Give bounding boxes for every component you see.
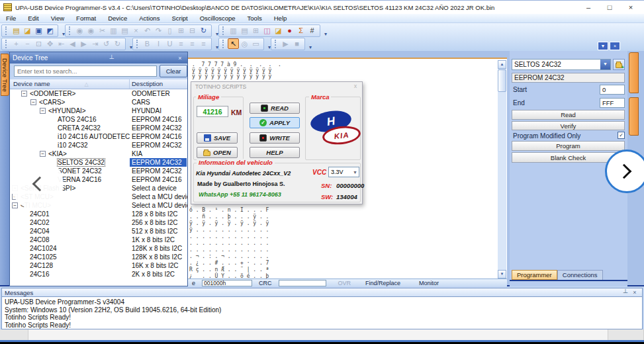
apply-button[interactable]: ✓ APPLY (250, 117, 300, 128)
tree-row[interactable]: 24C02 256 x 8 bits I2C (10, 218, 187, 227)
pane-close-icon[interactable]: × (610, 42, 620, 50)
tree-row[interactable]: i10 24C32 EEPROM 24C32 (10, 141, 187, 150)
tree-row[interactable]: − <CARS> CARS (10, 98, 187, 107)
save-icon[interactable]: ▣ (33, 25, 44, 36)
crc-field[interactable] (279, 280, 326, 286)
close-button[interactable]: × (620, 1, 641, 13)
scrollbar-thumb[interactable] (498, 69, 506, 92)
back-icon[interactable]: ◉ (74, 25, 85, 36)
open-file-icon[interactable]: ◪ (22, 25, 33, 36)
network-icon[interactable]: # (306, 25, 318, 36)
stop-script-icon[interactable]: ■ (291, 38, 302, 49)
menu-oscilloscope[interactable]: Oscilloscope (194, 15, 242, 22)
expand-toggle-icon[interactable]: − (21, 91, 27, 97)
open-button[interactable]: OPEN (197, 147, 238, 158)
carousel-next-button[interactable] (605, 150, 644, 193)
menu-tools[interactable]: Tools (242, 15, 268, 22)
eraser-icon[interactable]: ◫ (261, 25, 273, 36)
size-field[interactable] (202, 280, 252, 286)
menu-help[interactable]: Help (268, 15, 293, 22)
tab-output[interactable] (629, 52, 639, 93)
pan-icon[interactable]: ✥ (44, 38, 56, 49)
undo-icon[interactable]: ↶ (142, 25, 153, 36)
grid-icon[interactable]: ⊞ (250, 25, 261, 36)
monitor-button[interactable]: Monitor (419, 280, 439, 286)
tree-row[interactable]: 24C16 2K x 8 bits I2C (10, 270, 187, 279)
help-button[interactable]: HELP (250, 147, 300, 158)
document-icon[interactable]: ▯ (164, 25, 175, 36)
zoom-fit-icon[interactable]: ⊡ (33, 38, 44, 49)
expand-toggle-icon[interactable]: − (12, 202, 18, 208)
close-icon[interactable]: x (351, 83, 360, 91)
expand-toggle-icon[interactable]: − (40, 108, 46, 114)
select-cursor-icon[interactable]: ↖ (228, 38, 239, 49)
copy-special-icon[interactable]: ▥ (228, 25, 239, 36)
verify-button[interactable]: Verify (512, 121, 625, 130)
debug-icon[interactable]: ● (284, 25, 295, 36)
new-file-icon[interactable]: ▤ (11, 25, 22, 36)
jump-back-icon[interactable]: ↺ (101, 38, 112, 49)
program-modified-only-checkbox[interactable]: ✓ (618, 132, 625, 139)
run-script-icon[interactable]: ▶ (280, 38, 291, 49)
column-device-name[interactable]: Device name△ (10, 79, 130, 89)
copy-icon[interactable]: ▥ (108, 25, 119, 36)
tree-row[interactable]: 24C08 1K x 8 bits I2C (10, 236, 187, 244)
zoom-in-icon[interactable]: + (11, 38, 22, 49)
paste-special-icon[interactable]: ▤ (239, 25, 250, 36)
next-icon[interactable]: ▶ (78, 38, 89, 49)
tree-row[interactable]: − <HYUNDAI> HYUNDAI (10, 107, 187, 115)
find-icon[interactable]: ◎ (239, 38, 250, 49)
tree-row[interactable]: 24C1025 128K x 8 bits I2C (10, 253, 187, 261)
cut-icon[interactable]: ✂ (97, 25, 108, 36)
save-as-icon[interactable]: ◩ (44, 25, 56, 36)
tree-row[interactable]: 24C1024 128K x 8 bits I2C (10, 244, 187, 253)
redo-icon[interactable]: ↷ (153, 25, 164, 36)
pin-icon[interactable]: ┴ (107, 55, 116, 62)
menu-script[interactable]: Script (165, 15, 193, 22)
checksum-icon[interactable]: Σ (295, 25, 306, 36)
clear-button[interactable]: Clear (160, 65, 187, 77)
chevron-down-icon[interactable]: ▼ (600, 60, 610, 69)
prev-icon[interactable]: ◀ (67, 38, 78, 49)
tree-row[interactable]: CRETA 24C32 EEPROM 24C32 (10, 124, 187, 132)
add-device-button[interactable]: + (613, 59, 625, 70)
expand-toggle-icon[interactable]: − (30, 99, 36, 105)
search-input[interactable] (14, 65, 157, 77)
end-address-field[interactable] (600, 98, 625, 108)
toolbar-overflow-icon[interactable]: ▾ (324, 31, 327, 37)
device-tree-caption[interactable]: Device Tree ┴ × (10, 52, 187, 64)
paste-icon[interactable]: ▤ (119, 25, 130, 36)
close-icon[interactable]: × (630, 289, 639, 296)
read-device-button[interactable]: Read (512, 110, 625, 120)
carousel-prev-button[interactable] (11, 157, 64, 210)
pin-icon[interactable]: ┴ (621, 289, 630, 296)
close-icon[interactable]: × (175, 55, 185, 62)
tree-row[interactable]: 24C01 128 x 8 bits I2C (10, 210, 187, 218)
tree-row[interactable]: − <ODOMETER> ODOMETER (10, 89, 187, 98)
pane-menu-icon[interactable]: ▼ (598, 42, 608, 50)
hex-scrollbar[interactable]: ▲ ▼ (498, 60, 506, 279)
align-center-icon[interactable]: ≡ (187, 38, 198, 49)
find-replace-button[interactable]: Find/Replace (365, 280, 400, 286)
menu-file[interactable]: File (0, 15, 22, 22)
align-right-icon[interactable]: ≡ (198, 38, 209, 49)
vcc-select[interactable]: 3.3V ▼ (328, 167, 359, 177)
toolbar-overflow-icon[interactable]: ▾ (309, 44, 312, 50)
refresh-icon[interactable]: ↻ (198, 25, 209, 36)
menu-actions[interactable]: Actions (133, 15, 165, 22)
read-button[interactable]: READ (250, 103, 300, 114)
messages-header[interactable]: Messages ┴ × (1, 288, 643, 297)
scroll-down-icon[interactable]: ▼ (498, 270, 506, 279)
tab-script[interactable] (629, 97, 639, 136)
goto-icon[interactable]: ▭ (250, 38, 261, 49)
tab-programmer[interactable]: Programmer (512, 270, 557, 280)
align-left-icon[interactable]: ≡ (175, 38, 187, 49)
start-address-field[interactable] (600, 85, 625, 95)
script-folder-icon[interactable]: ◪ (273, 25, 284, 36)
delete-icon[interactable]: × (130, 25, 142, 36)
write-button[interactable]: WRITE (250, 132, 300, 144)
device-dropdown[interactable]: SELTOS 24C32 ▼ (512, 59, 611, 70)
save-button[interactable]: SAVE (197, 132, 238, 144)
tab-device-tree-vertical[interactable]: Device Tree (1, 54, 9, 96)
menu-device[interactable]: Device (102, 15, 133, 22)
